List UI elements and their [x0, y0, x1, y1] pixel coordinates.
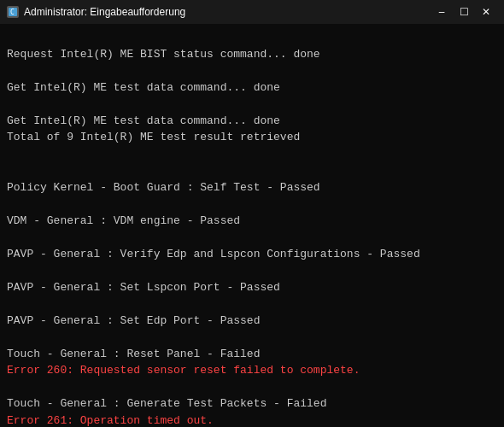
- console-line: [7, 162, 497, 179]
- window-title: Administrator: Eingabeaufforderung: [24, 6, 185, 18]
- title-bar-left: C Administrator: Eingabeaufforderung: [7, 6, 185, 18]
- console-line: Get Intel(R) ME test data command... don…: [7, 113, 497, 130]
- console-line: Request Intel(R) ME BIST status command.…: [7, 46, 497, 63]
- minimize-button[interactable]: –: [431, 3, 453, 21]
- console-line: PAVP - General : Set Edp Port - Passed: [7, 313, 497, 330]
- console-line: [7, 29, 497, 46]
- console-line: PAVP - General : Set Lspcon Port - Passe…: [7, 279, 497, 296]
- console-line: [7, 196, 497, 213]
- console-line: Get Intel(R) ME test data command... don…: [7, 79, 497, 97]
- console-line: [7, 329, 497, 346]
- console-line: [7, 295, 497, 313]
- console-line: Policy Kernel - Boot Guard : Self Test -…: [7, 179, 497, 196]
- console-line: Error 261: Operation timed out.: [7, 412, 497, 428]
- svg-text:C: C: [10, 9, 15, 16]
- console-line: [7, 229, 497, 246]
- console-line: Touch - General : Generate Test Packets …: [7, 395, 497, 412]
- title-bar: C Administrator: Eingabeaufforderung – ☐…: [0, 0, 504, 24]
- console-line: PAVP - General : Verify Edp and Lspcon C…: [7, 246, 497, 263]
- close-button[interactable]: ✕: [475, 3, 497, 21]
- console-line: [7, 146, 497, 163]
- console-output: Request Intel(R) ME BIST status command.…: [0, 24, 504, 427]
- title-bar-controls: – ☐ ✕: [431, 3, 497, 21]
- console-line: [7, 62, 497, 79]
- maximize-button[interactable]: ☐: [453, 3, 475, 21]
- console-line: [7, 379, 497, 396]
- console-line: [7, 262, 497, 279]
- console-line: [7, 96, 497, 113]
- window: C Administrator: Eingabeaufforderung – ☐…: [0, 0, 504, 427]
- console-line: Touch - General : Reset Panel - Failed: [7, 346, 497, 363]
- window-icon: C: [7, 6, 19, 18]
- console-line: Error 260: Requested sensor reset failed…: [7, 362, 497, 379]
- console-line: VDM - General : VDM engine - Passed: [7, 213, 497, 230]
- console-line: Total of 9 Intel(R) ME test result retri…: [7, 129, 497, 146]
